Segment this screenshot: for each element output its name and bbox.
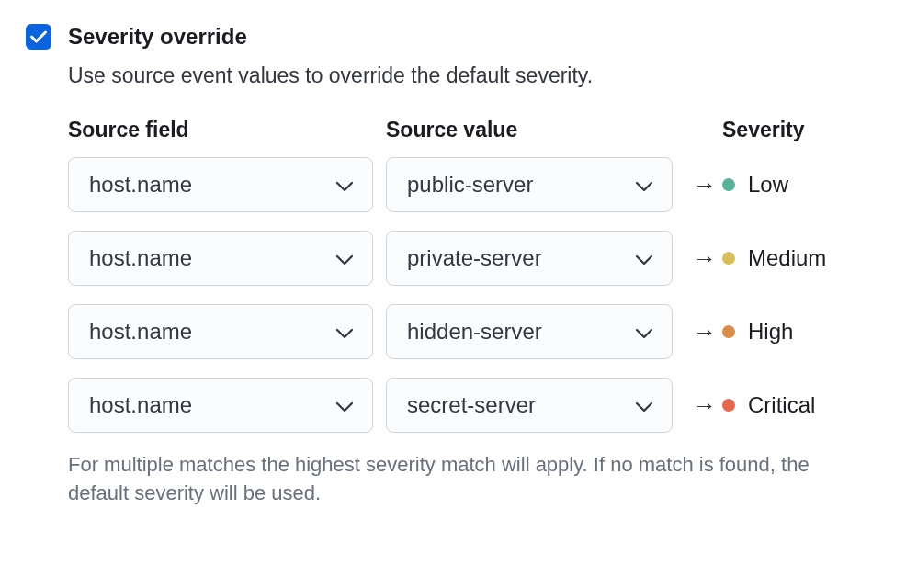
chevron-down-icon (635, 172, 653, 198)
severity-cell: Critical (722, 392, 880, 418)
source-field-select[interactable]: host.name (68, 378, 373, 433)
arrow-right-icon: → (687, 171, 722, 199)
column-header-source-value: Source value (386, 118, 673, 142)
source-field-value: host.name (89, 392, 192, 418)
source-field-select[interactable]: host.name (68, 231, 373, 286)
chevron-down-icon (635, 319, 653, 345)
severity-label: Medium (748, 245, 826, 271)
severity-dot-icon (722, 399, 735, 412)
arrow-right-icon: → (687, 391, 722, 420)
severity-dot-icon (722, 252, 735, 265)
severity-dot-icon (722, 178, 735, 191)
source-value-select[interactable]: secret-server (386, 378, 673, 433)
section-subtitle: Use source event values to override the … (68, 63, 880, 88)
source-field-select[interactable]: host.name (68, 157, 373, 212)
severity-cell: High (722, 319, 880, 345)
chevron-down-icon (335, 319, 354, 345)
override-row: host.namehidden-server→High (68, 304, 880, 359)
source-value-value: public-server (407, 172, 533, 198)
arrow-right-icon: → (687, 244, 722, 273)
footer-note: For multiple matches the highest severit… (68, 451, 831, 508)
source-value-value: secret-server (407, 392, 536, 418)
source-field-value: host.name (89, 172, 192, 198)
arrow-right-icon: → (687, 318, 722, 346)
override-row: host.nameprivate-server→Medium (68, 231, 880, 286)
source-field-select[interactable]: host.name (68, 304, 373, 359)
check-icon (30, 30, 47, 43)
chevron-down-icon (635, 245, 653, 271)
severity-cell: Medium (722, 245, 880, 271)
severity-dot-icon (722, 325, 735, 338)
chevron-down-icon (635, 392, 653, 418)
source-value-value: hidden-server (407, 319, 542, 345)
override-table: Source field Source value Severity host.… (68, 118, 880, 508)
override-row: host.namesecret-server→Critical (68, 378, 880, 433)
severity-label: Critical (748, 392, 815, 418)
source-field-value: host.name (89, 245, 192, 271)
column-header-source-field: Source field (68, 118, 373, 142)
source-value-select[interactable]: private-server (386, 231, 673, 286)
source-field-value: host.name (89, 319, 192, 345)
severity-override-checkbox[interactable] (26, 24, 51, 50)
severity-label: Low (748, 172, 788, 198)
chevron-down-icon (335, 392, 354, 418)
source-value-select[interactable]: hidden-server (386, 304, 673, 359)
override-row: host.namepublic-server→Low (68, 157, 880, 212)
severity-cell: Low (722, 172, 880, 198)
chevron-down-icon (335, 172, 354, 198)
chevron-down-icon (335, 245, 354, 271)
source-value-value: private-server (407, 245, 542, 271)
source-value-select[interactable]: public-server (386, 157, 673, 212)
severity-label: High (748, 319, 793, 345)
section-title: Severity override (68, 22, 880, 51)
column-header-severity: Severity (722, 118, 880, 142)
